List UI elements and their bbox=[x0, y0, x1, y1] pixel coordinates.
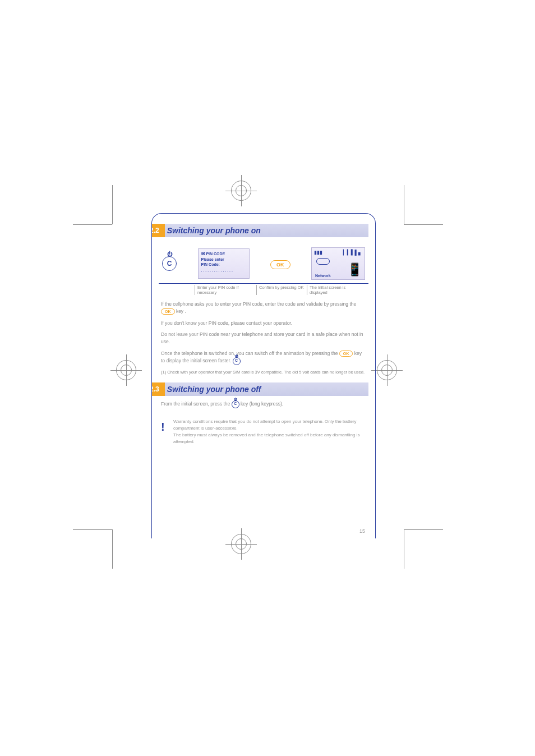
crop-mark bbox=[112, 185, 113, 224]
page-number: 15 bbox=[359, 528, 365, 534]
para-3: Do not leave your PIN code near your tel… bbox=[161, 331, 366, 345]
illus-network-screen: ▮▮▮ ▏▎▍▌▖ Network 📱 bbox=[311, 247, 365, 280]
crop-mark bbox=[404, 529, 443, 530]
body-2-3: From the initial screen, press the ⏻ C k… bbox=[159, 400, 368, 408]
c-key-icon: ⏻ C bbox=[232, 400, 239, 408]
para-4: Once the telephone is switched on, you c… bbox=[161, 350, 366, 365]
illus-pin-screen: ✉ PIN CODE Please enter PIN Code: . . . … bbox=[198, 248, 250, 279]
exclamation-icon: ! bbox=[161, 418, 169, 445]
caption-row: Enter your PIN code if necessary Confirm… bbox=[159, 284, 368, 301]
ok-button-icon: OK bbox=[270, 260, 290, 269]
signal-icon: ▏▎▍▌▖ bbox=[343, 250, 362, 255]
crop-mark bbox=[73, 529, 112, 530]
section-header-2-3: 2.3 Switching your phone off bbox=[159, 382, 368, 396]
body-2-2: If the cellphone asks you to enter your … bbox=[159, 301, 368, 365]
illustration-row: ⏻ C ✉ PIN CODE Please enter PIN Code: . … bbox=[159, 242, 368, 284]
crop-mark bbox=[404, 529, 404, 569]
para-1: If the cellphone asks you to enter your … bbox=[161, 301, 366, 315]
note-text: Warranty conditions require that you do … bbox=[173, 418, 366, 445]
illus-ok: OK bbox=[270, 259, 290, 269]
section-number: 2.2 bbox=[151, 224, 165, 237]
battery-icon: ▮▮▮ bbox=[314, 250, 322, 255]
manual-page: 2.2 Switching your phone on ⏻ C ✉ PIN CO… bbox=[151, 213, 376, 538]
caption-1: Enter your PIN code if necessary bbox=[195, 285, 256, 295]
illus-c-key: ⏻ C bbox=[162, 256, 177, 271]
para-2: If you don't know your PIN code, please … bbox=[161, 320, 366, 327]
ok-button-icon: OK bbox=[339, 351, 353, 357]
crop-mark bbox=[404, 185, 404, 224]
registration-mark bbox=[115, 359, 137, 381]
ok-button-icon: OK bbox=[161, 308, 175, 315]
c-key-icon: ⏻ C bbox=[233, 357, 241, 365]
envelope-icon: ✉ bbox=[201, 251, 205, 256]
section-title: Switching your phone on bbox=[162, 224, 368, 237]
crop-mark bbox=[112, 529, 113, 569]
c-key-icon: ⏻ C bbox=[162, 256, 177, 271]
footnote: (1) Check with your operator that your S… bbox=[159, 370, 368, 375]
caption-3: The initial screen is displayed bbox=[307, 285, 363, 295]
registration-mark bbox=[376, 359, 398, 381]
phone-icon: 📱 bbox=[347, 262, 362, 277]
registration-mark bbox=[230, 179, 252, 202]
section-title: Switching your phone off bbox=[162, 382, 368, 396]
warning-note: ! Warranty conditions require that you d… bbox=[159, 418, 368, 445]
para-1: From the initial screen, press the ⏻ C k… bbox=[161, 400, 366, 408]
section-number: 2.3 bbox=[151, 382, 165, 396]
oval-icon bbox=[316, 258, 330, 265]
crop-mark bbox=[404, 224, 443, 225]
caption-2: Confirm by pressing OK bbox=[256, 285, 307, 295]
crop-mark bbox=[73, 224, 112, 225]
section-header-2-2: 2.2 Switching your phone on bbox=[159, 224, 368, 237]
